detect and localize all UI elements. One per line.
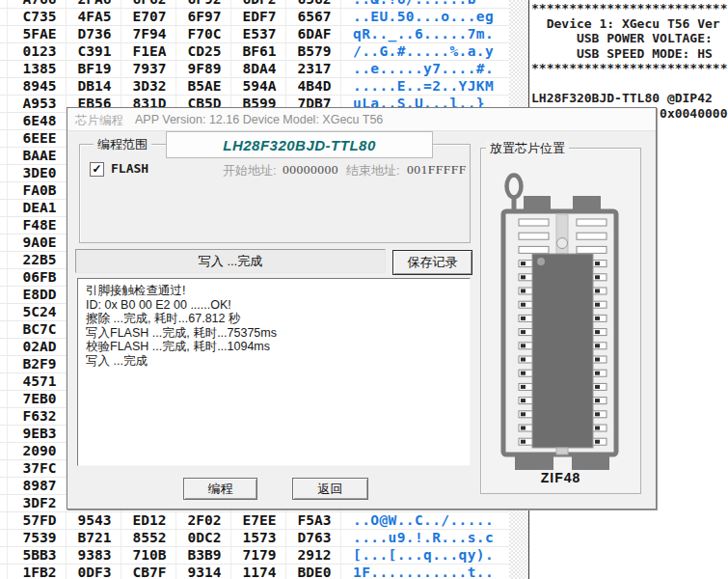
hex-cell[interactable]: 7EB0 [13, 391, 67, 406]
hex-cell[interactable]: 2FA6 [67, 0, 122, 7]
hex-cell[interactable]: 4B4D [287, 78, 342, 94]
hex-cell[interactable]: 9F89 [177, 61, 232, 76]
hex-cell[interactable]: 7539 [13, 530, 67, 545]
hex-cell[interactable]: 8945 [13, 78, 67, 94]
hex-cell[interactable]: F48E [13, 217, 67, 233]
hex-cell[interactable]: EDF7 [232, 9, 287, 24]
hex-cell[interactable]: 4571 [13, 373, 67, 389]
hex-row[interactable]: 5FAED7367F94F70CE5376DAFqR.._..6.....7m. [0, 25, 528, 43]
hex-row[interactable]: 7539B72185520DC21573D763....u9.!.R...s.c [0, 529, 528, 547]
hex-cell[interactable]: 6DAF [287, 26, 342, 41]
hex-cell[interactable]: 8DA4 [232, 61, 287, 76]
hex-cell[interactable]: DB14 [67, 78, 122, 94]
flash-checkbox[interactable]: ✓ [90, 162, 104, 177]
hex-cell[interactable]: 3DE0 [13, 165, 67, 180]
hex-cell[interactable]: 0123 [13, 43, 67, 59]
hex-cell[interactable]: 06FB [13, 269, 67, 285]
log-line: ID: 0x B0 00 E2 00 ......OK! [86, 298, 470, 313]
hex-cell[interactable]: F70C [177, 26, 232, 41]
hex-cell[interactable]: 1174 [232, 565, 287, 579]
hex-cell[interactable]: BDE0 [287, 565, 342, 579]
hex-cell[interactable]: 6F62 [122, 0, 177, 7]
hex-cell[interactable]: B3B9 [177, 547, 232, 563]
back-button[interactable]: 返回 [292, 478, 368, 500]
hex-cell[interactable]: 8987 [13, 478, 67, 493]
hex-cell[interactable]: 9EB3 [13, 426, 67, 441]
hex-cell[interactable]: 6567 [287, 9, 342, 24]
hex-cell[interactable]: ED12 [122, 512, 177, 528]
hex-cell[interactable]: 7F94 [122, 26, 177, 41]
hex-cell[interactable]: CD25 [177, 43, 232, 59]
hex-cell[interactable]: B721 [67, 530, 122, 545]
hex-row[interactable]: 8945DB143D32B5AE594A4B4D.....E..=2..YJKM [0, 77, 528, 96]
hex-cell[interactable]: BF19 [67, 61, 122, 76]
hex-cell[interactable]: 2F02 [177, 512, 232, 528]
hex-row[interactable]: C7354FA5E7076F97EDF76567..EU.50...o...eg [0, 8, 528, 26]
hex-cell[interactable]: 2912 [287, 547, 342, 563]
hex-cell[interactable]: D763 [287, 530, 342, 545]
hex-cell[interactable]: 6DF2 [232, 0, 287, 7]
program-button[interactable]: 编程 [183, 478, 257, 500]
hex-cell[interactable]: BAAE [13, 148, 67, 163]
hex-cell[interactable]: 0DF3 [67, 565, 122, 579]
hex-cell[interactable]: CB7F [122, 565, 177, 579]
hex-cell[interactable]: B2F9 [13, 356, 67, 372]
hex-cell[interactable]: C735 [13, 9, 67, 24]
save-record-button[interactable]: 保存记录 [392, 250, 472, 275]
hex-cell[interactable]: A953 [13, 96, 67, 111]
hex-cell[interactable]: 4FA5 [67, 9, 122, 24]
hex-cell[interactable]: E7EE [232, 512, 287, 528]
hex-cell[interactable]: B5AE [177, 78, 232, 94]
hex-cell[interactable]: BC7C [13, 321, 67, 337]
dialog-titlebar[interactable]: 芯片编程 APP Version: 12.16 Device Model: XG… [67, 108, 656, 131]
hex-cell[interactable]: 3DF2 [13, 495, 67, 510]
hex-cell[interactable]: 5FAE [13, 26, 67, 41]
hex-cell[interactable]: 3D32 [122, 78, 177, 94]
hex-cell[interactable]: 1573 [232, 530, 287, 545]
hex-cell[interactable]: F632 [13, 408, 67, 424]
hex-cell[interactable]: 2317 [287, 61, 342, 76]
hex-cell[interactable]: B579 [287, 43, 342, 59]
hex-cell[interactable]: F1EA [122, 43, 177, 59]
hex-cell[interactable]: 37FC [13, 460, 67, 476]
hex-cell[interactable]: 2090 [13, 443, 67, 458]
hex-cell[interactable]: 1FB2 [13, 565, 67, 579]
hex-cell[interactable]: 7179 [232, 547, 287, 563]
ascii-cell: qR.._..6.....7m. [353, 26, 525, 41]
hex-cell[interactable]: 22B5 [13, 252, 67, 267]
hex-cell[interactable]: 9543 [67, 512, 122, 528]
hex-cell[interactable]: 6562 [287, 0, 342, 7]
hex-row[interactable]: 1FB20DF3CB7F93141174BDE01F...........t.. [0, 564, 528, 579]
hex-cell[interactable]: F5A3 [287, 512, 342, 528]
hex-row[interactable]: 5BB39383710BB3B971792912[...[...q...qy). [0, 546, 528, 565]
hex-cell[interactable]: 710B [122, 547, 177, 563]
hex-cell[interactable]: A766 [13, 0, 67, 7]
hex-cell[interactable]: E707 [122, 9, 177, 24]
hex-cell[interactable]: 57FD [13, 512, 67, 528]
hex-cell[interactable]: C391 [67, 43, 122, 59]
hex-cell[interactable]: BF61 [232, 43, 287, 59]
hex-cell[interactable]: D736 [67, 26, 122, 41]
hex-cell[interactable]: 02AD [13, 339, 67, 354]
hex-row[interactable]: 57FD9543ED122F02E7EEF5A3..O@W..C../..... [0, 511, 528, 530]
hex-cell[interactable]: 6EEE [13, 130, 67, 146]
hex-cell[interactable]: 0DC2 [177, 530, 232, 545]
hex-cell[interactable]: 6E48 [13, 113, 67, 128]
hex-row[interactable]: 1385BF1979379F898DA42317..e.....y7....#. [0, 60, 528, 78]
hex-cell[interactable]: FA0B [13, 182, 67, 198]
hex-cell[interactable]: 5C24 [13, 304, 67, 319]
hex-cell[interactable]: 6F97 [177, 9, 232, 24]
hex-cell[interactable]: 9383 [67, 547, 122, 563]
hex-cell[interactable]: DEA1 [13, 200, 67, 215]
hex-cell[interactable]: E8DD [13, 287, 67, 302]
hex-cell[interactable]: 9A0E [13, 234, 67, 250]
hex-cell[interactable]: 9314 [177, 565, 232, 579]
hex-cell[interactable]: 1385 [13, 61, 67, 76]
hex-row[interactable]: 0123C391F1EACD25BF61B579/..G.#.....%.a.y [0, 42, 528, 61]
hex-cell[interactable]: 7937 [122, 61, 177, 76]
hex-cell[interactable]: 6F92 [177, 0, 232, 7]
hex-cell[interactable]: 5BB3 [13, 547, 67, 563]
hex-cell[interactable]: 8552 [122, 530, 177, 545]
hex-cell[interactable]: 594A [232, 78, 287, 94]
hex-cell[interactable]: E537 [232, 26, 287, 41]
